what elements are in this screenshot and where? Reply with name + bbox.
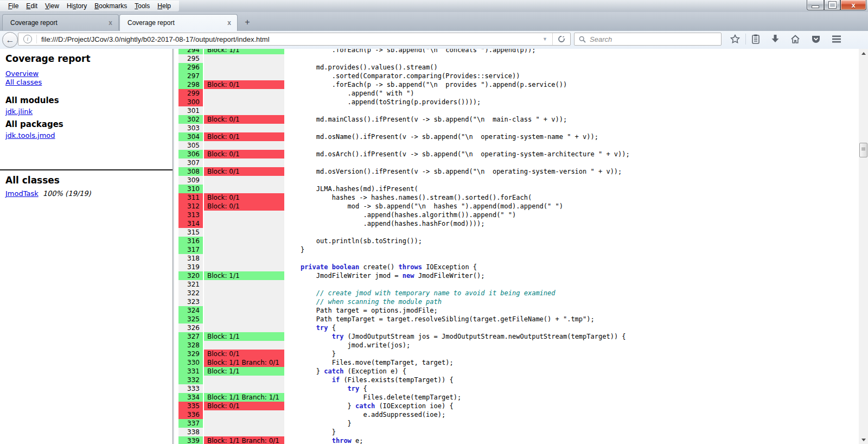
code-row: 305 xyxy=(178,141,630,150)
arrow-down-icon xyxy=(861,439,866,441)
block-coverage-label xyxy=(204,297,284,306)
code-row: 318 xyxy=(178,254,630,263)
class-coverage-stat: 100% (19/19) xyxy=(43,189,91,198)
url-bar[interactable]: i file:///D:/Project/JCov/3.0/nightly/b0… xyxy=(18,33,571,46)
code-row: 330Block: 1/1 Branch: 0/1 Files.move(tem… xyxy=(178,358,630,367)
menu-help[interactable]: Help xyxy=(154,1,175,11)
restore-icon xyxy=(829,2,836,8)
source-line: md.osVersion().ifPresent(v -> sb.append(… xyxy=(284,167,622,176)
menu-edit[interactable]: Edit xyxy=(22,1,41,11)
line-number: 325 xyxy=(178,315,204,324)
source-line: if (Files.exists(tempTarget)) { xyxy=(284,376,454,384)
vertical-scrollbar[interactable] xyxy=(859,49,868,444)
menu-file[interactable]: File xyxy=(4,1,22,11)
code-row: 322 // create jmod with temporary name t… xyxy=(178,289,630,297)
home-icon[interactable] xyxy=(785,34,806,44)
page-info-icon[interactable]: i xyxy=(23,35,32,43)
restore-button[interactable] xyxy=(824,0,840,10)
downloads-icon[interactable] xyxy=(765,34,785,44)
block-coverage-label xyxy=(204,72,284,80)
line-number: 311 xyxy=(178,193,204,202)
block-coverage-label xyxy=(204,176,284,185)
tab-close-icon[interactable]: x xyxy=(226,19,233,27)
line-number: 321 xyxy=(178,280,204,289)
scroll-down-button[interactable] xyxy=(859,435,868,444)
scrollbar-thumb[interactable] xyxy=(859,143,867,157)
line-number: 333 xyxy=(178,384,204,393)
code-row: 312Block: 0/1 mod -> sb.append("\n hashe… xyxy=(178,202,630,211)
new-tab-button[interactable]: + xyxy=(241,17,254,28)
block-coverage-label xyxy=(204,63,284,72)
source-line: md.provides().values().stream() xyxy=(284,63,438,72)
source-line: } xyxy=(284,350,336,358)
source-line: hashes -> hashes.names().stream().sorted… xyxy=(284,193,532,202)
source-line xyxy=(284,106,285,115)
code-row: 314 .append(hashes.hashFor(mod)))); xyxy=(178,219,630,228)
block-coverage-label xyxy=(204,237,284,245)
block-coverage-label xyxy=(204,185,284,193)
bookmark-star-icon[interactable] xyxy=(725,34,745,44)
code-row: 300 .append(toString(p.providers()))); xyxy=(178,98,630,106)
tab-close-icon[interactable]: x xyxy=(107,19,114,27)
line-number: 309 xyxy=(178,176,204,185)
code-row: 296 md.provides().values().stream() xyxy=(178,63,630,72)
block-coverage-label xyxy=(204,254,284,263)
bookmarks-clipboard-icon[interactable] xyxy=(746,34,765,44)
block-coverage-label: Block: 0/1 xyxy=(204,167,284,176)
tab-coverage-report-1[interactable]: Coverage report x xyxy=(2,14,119,30)
close-button[interactable]: x xyxy=(840,0,866,10)
line-number: 296 xyxy=(178,63,204,72)
line-number: 298 xyxy=(178,80,204,89)
all-modules-heading: All modules xyxy=(5,96,59,105)
menu-history[interactable]: History xyxy=(63,1,91,11)
block-coverage-label: Block: 1/1 xyxy=(204,332,284,341)
code-row: 311Block: 0/1 hashes -> hashes.names().s… xyxy=(178,193,630,202)
source-line: Files.delete(tempTarget); xyxy=(284,393,461,402)
block-coverage-label: Block: 1/1 xyxy=(204,367,284,376)
source-coverage-frame: 294Block: 1/1 .forEach(p -> sb.append("\… xyxy=(174,49,859,444)
menu-bookmarks[interactable]: Bookmarks xyxy=(91,1,131,11)
block-coverage-label: Block: 1/1 xyxy=(204,49,284,54)
source-line xyxy=(284,158,285,167)
scroll-up-button[interactable] xyxy=(859,49,868,58)
package-link-jdk-tools-jmod[interactable]: jdk.tools.jmod xyxy=(5,131,55,139)
reload-button[interactable] xyxy=(553,35,570,43)
menu-view[interactable]: View xyxy=(41,1,63,11)
line-number: 305 xyxy=(178,141,204,150)
code-row: 323 // when scanning the module path xyxy=(178,297,630,306)
minimize-button[interactable] xyxy=(807,0,824,10)
code-row: 309 xyxy=(178,176,630,185)
source-line: try (JmodOutputStream jos = JmodOutputSt… xyxy=(284,332,626,341)
url-text[interactable]: file:///D:/Project/JCov/3.0/nightly/b02-… xyxy=(41,35,538,43)
line-number: 331 xyxy=(178,367,204,376)
tab-coverage-report-2[interactable]: Coverage report x xyxy=(119,14,238,31)
overview-link[interactable]: Overview xyxy=(5,69,39,78)
line-number: 307 xyxy=(178,158,204,167)
code-row: 319 private boolean create() throws IOEx… xyxy=(178,263,630,271)
url-dropdown-icon[interactable]: ▼ xyxy=(538,36,552,42)
line-number: 336 xyxy=(178,410,204,419)
source-line: md.osName().ifPresent(v -> sb.append("\n… xyxy=(284,132,598,141)
arrow-up-icon xyxy=(861,52,866,55)
source-line: } xyxy=(284,245,304,254)
class-link-jmodtask[interactable]: JmodTask xyxy=(5,189,39,198)
block-coverage-label: Block: 1/1 xyxy=(204,271,284,280)
menu-tools[interactable]: Tools xyxy=(131,1,154,11)
search-bar[interactable]: Search xyxy=(574,33,722,46)
menu-hamburger-icon[interactable] xyxy=(826,35,847,43)
code-row: 333 try { xyxy=(178,384,630,393)
all-classes-link[interactable]: All classes xyxy=(5,78,42,86)
module-link-jdk-jlink[interactable]: jdk.jlink xyxy=(5,107,33,116)
code-row: 310 JLMA.hashes(md).ifPresent( xyxy=(178,185,630,193)
source-line: try { xyxy=(284,384,367,393)
line-number: 303 xyxy=(178,124,204,132)
block-coverage-label: Block: 0/1 xyxy=(204,80,284,89)
line-number: 329 xyxy=(178,350,204,358)
code-rows: 294Block: 1/1 .forEach(p -> sb.append("\… xyxy=(178,49,630,444)
line-number: 313 xyxy=(178,211,204,219)
back-button[interactable]: ← xyxy=(2,32,18,48)
source-line xyxy=(284,176,285,185)
line-number: 322 xyxy=(178,289,204,297)
line-number: 326 xyxy=(178,324,204,332)
pocket-icon[interactable] xyxy=(806,34,826,44)
